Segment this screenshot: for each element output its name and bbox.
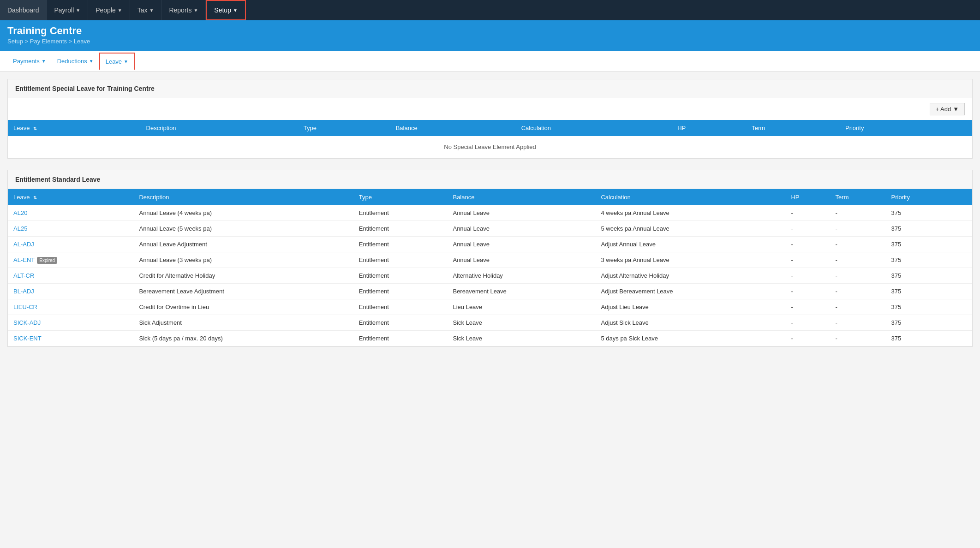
col-term-special: Term bbox=[746, 120, 840, 136]
actions-cell bbox=[954, 237, 972, 252]
col-leave-special[interactable]: Leave ⇅ bbox=[8, 120, 141, 136]
actions-cell bbox=[954, 299, 972, 315]
priority-cell: 375 bbox=[886, 299, 954, 315]
table-row: AL25Annual Leave (5 weeks pa)Entitlement… bbox=[8, 221, 972, 237]
standard-leave-table: Leave ⇅ Description Type Balance Calcula… bbox=[8, 189, 972, 346]
term-cell: - bbox=[830, 284, 886, 299]
table-row: ALT-CRCredit for Alternative HolidayEnti… bbox=[8, 268, 972, 284]
nav-people-label: People bbox=[96, 6, 116, 14]
sub-nav-leave[interactable]: Leave ▼ bbox=[99, 53, 135, 70]
special-leave-add-button[interactable]: + Add ▼ bbox=[930, 103, 965, 115]
sub-nav-payments[interactable]: Payments ▼ bbox=[7, 53, 52, 69]
leave-code-cell[interactable]: AL-ADJ bbox=[8, 237, 133, 252]
col-actions-standard bbox=[954, 189, 972, 205]
leave-code-cell[interactable]: AL20 bbox=[8, 205, 133, 221]
sub-nav-leave-label: Leave bbox=[106, 58, 122, 65]
type-cell: Entitlement bbox=[353, 268, 448, 284]
description-cell: Credit for Overtime in Lieu bbox=[133, 299, 353, 315]
table-row: BL-ADJBereavement Leave AdjustmentEntitl… bbox=[8, 284, 972, 299]
sub-nav-deductions[interactable]: Deductions ▼ bbox=[52, 53, 99, 69]
nav-dashboard-label: Dashboard bbox=[7, 6, 39, 14]
sort-arrows-leave: ⇅ bbox=[33, 126, 37, 131]
type-cell: Entitlement bbox=[353, 331, 448, 346]
calculation-cell: 5 weeks pa Annual Leave bbox=[595, 221, 785, 237]
special-leave-header-row: Leave ⇅ Description Type Balance Calcula… bbox=[8, 120, 972, 136]
breadcrumb: Setup > Pay Elements > Leave bbox=[7, 38, 973, 45]
hp-cell: - bbox=[785, 284, 830, 299]
col-hp-special: HP bbox=[672, 120, 746, 136]
term-cell: - bbox=[830, 268, 886, 284]
nav-tax[interactable]: Tax ▼ bbox=[130, 0, 162, 20]
balance-cell: Annual Leave bbox=[447, 237, 595, 252]
calculation-cell: Adjust Annual Leave bbox=[595, 237, 785, 252]
leave-code-cell[interactable]: BL-ADJ bbox=[8, 284, 133, 299]
priority-cell: 375 bbox=[886, 221, 954, 237]
leave-code-cell[interactable]: ALT-CR bbox=[8, 268, 133, 284]
col-priority-standard: Priority bbox=[886, 189, 954, 205]
col-actions-special bbox=[954, 120, 972, 136]
hp-cell: - bbox=[785, 331, 830, 346]
table-row: LIEU-CRCredit for Overtime in LieuEntitl… bbox=[8, 299, 972, 315]
sub-nav-payments-arrow: ▼ bbox=[42, 59, 46, 64]
table-row: AL20Annual Leave (4 weeks pa)Entitlement… bbox=[8, 205, 972, 221]
nav-reports-label: Reports bbox=[169, 6, 191, 14]
priority-cell: 375 bbox=[886, 284, 954, 299]
term-cell: - bbox=[830, 221, 886, 237]
special-leave-empty-message: No Special Leave Element Applied bbox=[8, 136, 972, 158]
col-description-standard: Description bbox=[133, 189, 353, 205]
col-type-special: Type bbox=[298, 120, 390, 136]
calculation-cell: 4 weeks pa Annual Leave bbox=[595, 205, 785, 221]
add-button-label: + Add bbox=[936, 106, 951, 113]
col-priority-special: Priority bbox=[840, 120, 954, 136]
description-cell: Annual Leave (4 weeks pa) bbox=[133, 205, 353, 221]
sub-nav: Payments ▼ Deductions ▼ Leave ▼ bbox=[0, 51, 980, 71]
actions-cell bbox=[954, 315, 972, 331]
table-row: AL-ENTExpiredAnnual Leave (3 weeks pa)En… bbox=[8, 252, 972, 268]
standard-leave-header-row: Leave ⇅ Description Type Balance Calcula… bbox=[8, 189, 972, 205]
priority-cell: 375 bbox=[886, 331, 954, 346]
nav-dashboard[interactable]: Dashboard bbox=[0, 0, 47, 20]
type-cell: Entitlement bbox=[353, 252, 448, 268]
hp-cell: - bbox=[785, 268, 830, 284]
actions-cell bbox=[954, 252, 972, 268]
col-calculation-standard: Calculation bbox=[595, 189, 785, 205]
description-cell: Sick (5 days pa / max. 20 days) bbox=[133, 331, 353, 346]
nav-reports[interactable]: Reports ▼ bbox=[161, 0, 206, 20]
nav-payroll-label: Payroll bbox=[54, 6, 74, 14]
leave-code-cell[interactable]: AL-ENTExpired bbox=[8, 252, 133, 268]
leave-code-cell[interactable]: SICK-ENT bbox=[8, 331, 133, 346]
description-cell: Annual Leave Adjustment bbox=[133, 237, 353, 252]
col-leave-standard[interactable]: Leave ⇅ bbox=[8, 189, 133, 205]
calculation-cell: Adjust Bereavement Leave bbox=[595, 284, 785, 299]
leave-code-cell[interactable]: LIEU-CR bbox=[8, 299, 133, 315]
actions-cell bbox=[954, 221, 972, 237]
type-cell: Entitlement bbox=[353, 299, 448, 315]
balance-cell: Lieu Leave bbox=[447, 299, 595, 315]
special-leave-table: Leave ⇅ Description Type Balance Calcula… bbox=[8, 120, 972, 158]
table-row: AL-ADJAnnual Leave AdjustmentEntitlement… bbox=[8, 237, 972, 252]
col-calculation-special: Calculation bbox=[516, 120, 672, 136]
hp-cell: - bbox=[785, 315, 830, 331]
nav-payroll-arrow: ▼ bbox=[76, 8, 80, 13]
term-cell: - bbox=[830, 331, 886, 346]
col-balance-special: Balance bbox=[390, 120, 516, 136]
term-cell: - bbox=[830, 315, 886, 331]
leave-code-cell[interactable]: AL25 bbox=[8, 221, 133, 237]
nav-setup[interactable]: Setup ▼ bbox=[206, 0, 246, 20]
col-description-special: Description bbox=[141, 120, 298, 136]
description-cell: Credit for Alternative Holiday bbox=[133, 268, 353, 284]
term-cell: - bbox=[830, 299, 886, 315]
sub-nav-deductions-label: Deductions bbox=[57, 58, 87, 65]
actions-cell bbox=[954, 284, 972, 299]
special-leave-add-row: + Add ▼ bbox=[8, 98, 972, 120]
actions-cell bbox=[954, 331, 972, 346]
calculation-cell: Adjust Alternative Holiday bbox=[595, 268, 785, 284]
nav-payroll[interactable]: Payroll ▼ bbox=[47, 0, 89, 20]
nav-setup-label: Setup bbox=[214, 6, 231, 14]
page-title: Training Centre bbox=[7, 25, 973, 37]
description-cell: Sick Adjustment bbox=[133, 315, 353, 331]
balance-cell: Sick Leave bbox=[447, 331, 595, 346]
col-balance-standard: Balance bbox=[447, 189, 595, 205]
leave-code-cell[interactable]: SICK-ADJ bbox=[8, 315, 133, 331]
nav-people[interactable]: People ▼ bbox=[88, 0, 130, 20]
